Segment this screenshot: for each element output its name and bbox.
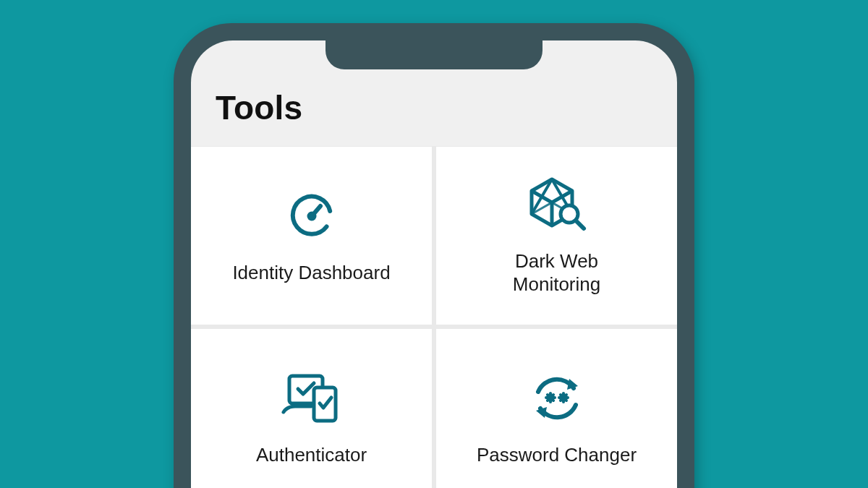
password-refresh-icon — [527, 369, 587, 427]
tools-screen: Tools Identity Dashboard — [191, 40, 677, 488]
tile-identity-dashboard[interactable]: Identity Dashboard — [191, 147, 432, 325]
tile-authenticator[interactable]: Authenticator — [191, 329, 432, 488]
devices-check-icon — [279, 369, 344, 427]
gauge-icon — [283, 187, 341, 245]
tool-grid: Identity Dashboard — [191, 146, 677, 488]
page-title: Tools — [191, 77, 677, 146]
tile-label: Authenticator — [256, 443, 367, 467]
tile-password-changer[interactable]: Password Changer — [436, 329, 677, 488]
phone-frame: Tools Identity Dashboard — [174, 23, 694, 488]
tile-label: Dark Web Monitoring — [488, 249, 626, 296]
tile-label: Password Changer — [477, 443, 637, 467]
tile-label: Identity Dashboard — [232, 261, 390, 285]
tile-dark-web-monitoring[interactable]: Dark Web Monitoring — [436, 147, 677, 325]
cube-search-icon — [524, 176, 590, 234]
phone-notch — [326, 40, 542, 69]
phone-screen: Tools Identity Dashboard — [191, 40, 677, 488]
svg-line-9 — [576, 221, 584, 228]
